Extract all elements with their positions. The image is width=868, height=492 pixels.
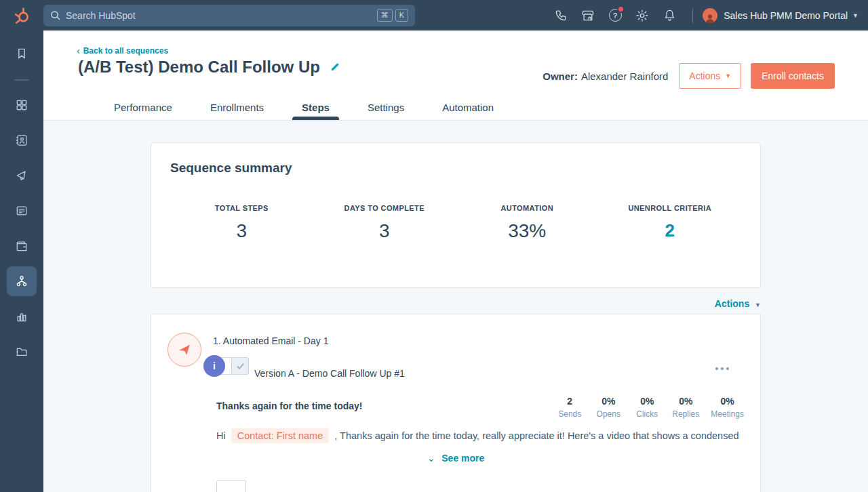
page-title: (A/B Test) Demo Call Follow Up [78, 58, 320, 77]
shortcut-k-key: K [395, 9, 408, 22]
sidebar-item-reporting[interactable] [7, 302, 37, 331]
sidebar-divider [14, 79, 29, 81]
unenroll-criteria-link[interactable]: 2 [599, 220, 742, 241]
check-icon [236, 362, 245, 371]
sidebar [0, 30, 43, 492]
notifications-icon[interactable] [656, 0, 683, 30]
sidebar-item-crm[interactable] [7, 125, 37, 155]
megaphone-icon [15, 169, 28, 182]
sidebar-item-content[interactable] [7, 196, 37, 226]
bar-chart-icon [15, 310, 28, 323]
settings-icon[interactable] [629, 0, 656, 30]
topbar-divider [692, 8, 693, 23]
contacts-icon [15, 134, 28, 147]
next-version-checkbox-partial[interactable] [216, 480, 246, 492]
back-to-sequences-link[interactable]: ‹ Back to all sequences [77, 45, 168, 56]
wallet-icon [15, 239, 28, 253]
tab-settings[interactable]: Settings [349, 94, 423, 120]
edit-title-icon[interactable] [330, 62, 340, 73]
main-area: ‹ Back to all sequences (A/B Test) Demo … [43, 30, 868, 492]
version-checkbox[interactable] [231, 357, 249, 375]
version-label: Version A - Demo Call Follow Up #1 [254, 368, 405, 379]
chevron-down-icon: ▼ [755, 302, 761, 308]
search-input[interactable] [66, 10, 374, 21]
metric-replies: 0% Replies [672, 396, 699, 419]
email-body-preview: Hi Contact: First name , Thanks again fo… [216, 430, 739, 441]
chevron-down-icon: ▼ [852, 12, 859, 19]
chevron-down-icon: ▼ [725, 73, 731, 79]
tab-performance[interactable]: Performance [95, 94, 191, 120]
sidebar-item-workspaces[interactable] [7, 90, 37, 120]
stat-days-to-complete: DAYS TO COMPLETE 3 [313, 204, 456, 242]
sidebar-item-files[interactable] [7, 337, 37, 367]
global-search: ⌘ K [43, 5, 415, 26]
help-icon[interactable]: ? [601, 0, 629, 30]
newspaper-icon [15, 204, 28, 218]
owner-name: Alexander Rainford [581, 70, 668, 82]
personalization-token: Contact: First name [231, 428, 330, 443]
sidebar-item-automations[interactable] [7, 266, 37, 296]
info-badge-icon[interactable]: i [203, 355, 225, 377]
sidebar-item-marketing[interactable] [7, 161, 37, 190]
tab-automation[interactable]: Automation [423, 94, 513, 120]
header-actions-button[interactable]: Actions ▼ [679, 63, 741, 89]
content-area: Sequence summary TOTAL STEPS 3 DAYS TO C… [43, 142, 868, 492]
marketplace-icon[interactable] [574, 0, 601, 30]
stat-automation: AUTOMATION 33% [456, 204, 599, 242]
paper-plane-icon [177, 342, 192, 357]
topbar: ⌘ K ? [0, 0, 868, 30]
email-step-icon [167, 333, 201, 367]
metric-opens: 0% Opens [595, 396, 622, 419]
shortcut-cmd-key: ⌘ [377, 9, 393, 22]
tab-enrollments[interactable]: Enrollments [191, 94, 283, 120]
tab-steps[interactable]: Steps [283, 94, 349, 120]
steps-actions-dropdown[interactable]: Actions ▼ [715, 298, 761, 309]
sidebar-item-commerce[interactable] [7, 231, 37, 261]
owner-label: Owner: [542, 70, 578, 82]
hubspot-logo[interactable] [0, 7, 43, 24]
step-title: 1. Automated Email - Day 1 [213, 335, 328, 346]
metric-clicks: 0% Clicks [633, 396, 660, 419]
stat-unenroll-criteria: UNENROLL CRITERIA 2 [599, 204, 742, 242]
bookmark-icon [15, 47, 28, 60]
chevron-down-icon: ⌄ [427, 453, 435, 464]
summary-title: Sequence summary [170, 161, 741, 176]
step-card: 1. Automated Email - Day 1 i Version A -… [151, 314, 761, 492]
account-menu[interactable]: Sales Hub PMM Demo Portal ▼ [703, 8, 859, 23]
grid-icon [15, 98, 28, 112]
chevron-left-icon: ‹ [77, 45, 80, 56]
phone-icon[interactable] [547, 0, 574, 30]
folder-icon [15, 345, 28, 358]
email-subject: Thanks again for the time today! [216, 401, 362, 411]
notification-dot [617, 5, 625, 13]
steps-actions-row: Actions ▼ [151, 298, 761, 310]
portal-name: Sales Hub PMM Demo Portal [724, 10, 848, 21]
search-icon [50, 10, 60, 20]
tab-bar: Performance Enrollments Steps Settings A… [95, 94, 513, 120]
see-more-link[interactable]: ⌄ See more [151, 453, 760, 464]
page-header: ‹ Back to all sequences (A/B Test) Demo … [43, 30, 868, 121]
workflow-icon [15, 274, 28, 288]
enroll-contacts-button[interactable]: Enroll contacts [751, 63, 835, 89]
sidebar-item-bookmarks[interactable] [7, 39, 37, 68]
sequence-summary-card: Sequence summary TOTAL STEPS 3 DAYS TO C… [151, 142, 761, 288]
more-options-icon[interactable] [715, 367, 729, 370]
stat-total-steps: TOTAL STEPS 3 [170, 204, 313, 242]
email-metrics: 2 Sends 0% Opens 0% Clicks 0% Replies 0% [556, 396, 744, 419]
avatar [703, 8, 717, 23]
metric-sends: 2 Sends [556, 396, 583, 419]
metric-meetings: 0% Meetings [711, 396, 744, 419]
